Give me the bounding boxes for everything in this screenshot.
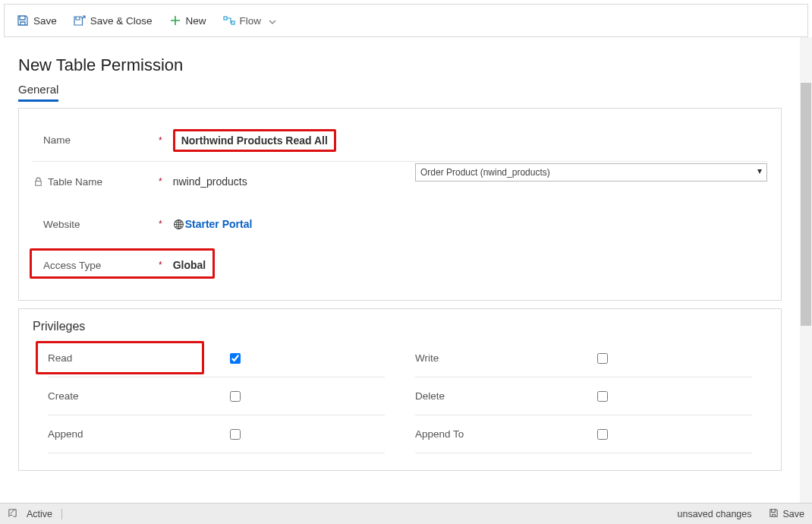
table-name-label: Table Name xyxy=(48,176,102,188)
status-bar: Active unsaved changes Save xyxy=(0,503,812,524)
website-row: Website * Starter Portal xyxy=(33,201,397,247)
tab-bar: General xyxy=(18,83,782,100)
table-row-wrap: Table Name * nwind_products Order Produc… xyxy=(33,162,767,201)
privileges-title: Privileges xyxy=(33,320,767,333)
save-close-button[interactable]: Save & Close xyxy=(68,11,159,30)
name-value-highlight: Northwind Products Read All xyxy=(173,129,336,152)
globe-icon xyxy=(173,218,185,230)
privilege-appendto-row: Append To xyxy=(415,415,752,453)
scrollbar-thumb[interactable] xyxy=(801,83,811,326)
privilege-appendto-checkbox[interactable] xyxy=(597,429,608,440)
access-type-row: Access Type * Global xyxy=(33,247,397,283)
status-unsaved: unsaved changes xyxy=(678,509,752,519)
privilege-write-label: Write xyxy=(415,352,506,364)
page-title: New Table Permission xyxy=(18,55,782,75)
name-label: Name xyxy=(43,134,71,146)
new-label: New xyxy=(186,15,206,27)
flow-icon xyxy=(223,14,235,27)
status-save-label: Save xyxy=(783,509,805,519)
command-bar: Save Save & Close New Flow xyxy=(4,4,808,37)
privilege-append-row: Append xyxy=(48,415,385,453)
save-button[interactable]: Save xyxy=(11,11,63,30)
privilege-append-label: Append xyxy=(48,428,139,440)
save-icon xyxy=(17,14,29,27)
name-row: Name * Northwind Products Read All xyxy=(33,119,767,162)
lock-icon xyxy=(33,176,43,187)
access-type-value[interactable]: Global xyxy=(173,259,206,271)
save-close-icon xyxy=(74,14,86,27)
table-name-dropdown[interactable]: Order Product (nwind_products) xyxy=(415,163,767,182)
privilege-write-row: Write xyxy=(415,339,752,377)
vertical-scrollbar[interactable] xyxy=(800,37,812,503)
general-section: Name * Northwind Products Read All Tabl xyxy=(18,108,782,301)
required-mark: * xyxy=(159,219,162,229)
table-name-value[interactable]: nwind_products xyxy=(173,175,247,188)
status-save-button[interactable]: Save xyxy=(769,508,805,520)
privilege-appendto-label: Append To xyxy=(415,428,506,440)
svg-rect-1 xyxy=(231,21,234,24)
website-link[interactable]: Starter Portal xyxy=(185,218,253,230)
flow-menu[interactable]: Flow xyxy=(217,11,283,30)
save-close-label: Save & Close xyxy=(90,15,153,27)
privilege-create-label: Create xyxy=(48,390,139,402)
required-mark: * xyxy=(159,176,162,187)
required-mark: * xyxy=(159,260,162,270)
table-name-dropdown-value: Order Product (nwind_products) xyxy=(420,167,550,178)
privilege-create-row: Create xyxy=(48,377,385,415)
privilege-read-row: Read xyxy=(48,339,385,377)
plus-icon xyxy=(169,14,181,27)
privilege-create-checkbox[interactable] xyxy=(230,391,241,402)
privilege-delete-label: Delete xyxy=(415,390,506,402)
svg-rect-0 xyxy=(224,17,227,20)
new-button[interactable]: New xyxy=(163,11,212,30)
chevron-down-icon xyxy=(269,15,276,27)
privilege-read-checkbox[interactable] xyxy=(230,353,241,364)
privilege-delete-row: Delete xyxy=(415,377,752,415)
required-mark: * xyxy=(159,135,162,146)
privilege-read-label: Read xyxy=(48,352,139,364)
access-type-label: Access Type xyxy=(43,260,101,271)
privilege-write-checkbox[interactable] xyxy=(597,353,608,364)
flow-label: Flow xyxy=(240,15,262,27)
status-edit-icon[interactable] xyxy=(8,508,17,520)
save-label: Save xyxy=(33,15,57,27)
table-name-row: Table Name * nwind_products xyxy=(33,162,397,201)
privilege-append-checkbox[interactable] xyxy=(230,429,241,440)
save-icon xyxy=(769,508,779,520)
privilege-delete-checkbox[interactable] xyxy=(597,391,608,402)
name-value[interactable]: Northwind Products Read All xyxy=(181,134,328,147)
privileges-section: Privileges Read Write Create xyxy=(18,308,782,471)
main-content: New Table Permission General Name * Nort… xyxy=(0,37,800,503)
tab-general[interactable]: General xyxy=(18,83,58,100)
website-label: Website xyxy=(43,219,80,230)
status-separator xyxy=(61,509,62,519)
status-state: Active xyxy=(27,509,52,519)
